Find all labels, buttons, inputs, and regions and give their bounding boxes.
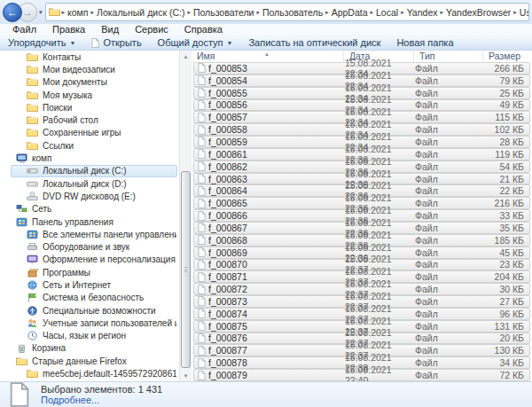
forward-arrow-icon: → — [22, 7, 33, 18]
file-name: f_000863 — [208, 174, 345, 184]
sidebar-item[interactable]: Ссылки — [11, 139, 177, 152]
network-internet-icon — [27, 279, 39, 290]
file-size: 54 КБ — [484, 161, 529, 172]
details-link[interactable]: Подробнее... — [41, 395, 162, 405]
table-row[interactable]: f_00087915.08.2021 22:40Файл72 КБ — [193, 369, 530, 381]
drive-icon — [27, 178, 39, 189]
scroll-down-icon[interactable]: ▼ — [180, 370, 192, 381]
sidebar-item[interactable]: Старые данные Firefox — [11, 355, 177, 367]
desktop-folder-icon — [27, 115, 39, 126]
sidebar-item[interactable]: Панель управления — [11, 215, 177, 228]
sidebar-item[interactable]: Рабочий стол — [11, 113, 177, 126]
file-icon — [194, 174, 208, 184]
scroll-up-icon[interactable]: ▲ — [180, 51, 192, 62]
file-name: f_000872 — [208, 284, 345, 294]
file-size: 131 КБ — [484, 321, 529, 332]
sidebar-item[interactable]: Локальный диск (D:) — [11, 177, 177, 190]
menu-tools[interactable]: Сервис — [127, 24, 176, 35]
sidebar-item[interactable]: DVD RW дисковод (E:) — [11, 190, 177, 202]
file-size: 72 КБ — [484, 370, 529, 380]
menu-view[interactable]: Вид — [93, 24, 127, 35]
videos-folder-icon — [27, 64, 39, 74]
breadcrumb-item[interactable]: Пользователь — [261, 7, 325, 18]
sidebar-item[interactable]: Сеть — [11, 203, 177, 215]
breadcrumb-item[interactable]: Локальный диск (C:) — [95, 7, 186, 18]
file-name: f_000875 — [208, 321, 345, 332]
menu-edit[interactable]: Правка — [44, 24, 93, 35]
sidebar-item[interactable]: Специальные возможности — [11, 304, 177, 317]
sidebar-item[interactable]: Контакты — [11, 51, 177, 63]
sidebar-item[interactable]: Мои документы — [11, 76, 177, 89]
file-size: 115 КБ — [484, 112, 529, 122]
burn-button[interactable]: Записать на оптический диск — [240, 36, 388, 50]
menu-file[interactable]: Файл — [4, 24, 44, 35]
file-name: f_000864 — [208, 185, 345, 196]
control-panel-icon — [16, 216, 28, 227]
file-type: Файл — [415, 161, 484, 172]
file-name: f_000859 — [208, 137, 345, 147]
file-icon — [194, 247, 208, 257]
file-name: f_000870 — [208, 259, 345, 270]
links-folder-icon — [27, 140, 39, 151]
file-icon — [194, 113, 208, 122]
open-button[interactable]: Открыть — [83, 36, 149, 50]
clock-language-icon — [27, 331, 39, 341]
file-name: f_000856 — [208, 99, 345, 110]
file-type: Файл — [415, 296, 484, 307]
new-folder-button[interactable]: Новая папка — [388, 36, 461, 50]
sidebar-item[interactable]: Учетные записи пользователей и семейная — [11, 317, 177, 329]
sidebar-item[interactable]: комп — [11, 152, 177, 164]
back-button[interactable]: ← — [3, 3, 22, 22]
sidebar-item[interactable]: Оборудование и звук — [11, 240, 177, 253]
file-size: 45 КБ — [484, 247, 529, 258]
file-type: Файл — [415, 333, 484, 343]
share-button[interactable]: Общий доступ▼ — [150, 36, 241, 50]
breadcrumb-item[interactable]: AppData — [330, 7, 370, 18]
breadcrumb-item[interactable]: Yandex — [405, 7, 440, 18]
scrollbar-thumb[interactable] — [181, 171, 191, 368]
sidebar-item[interactable]: Программы — [11, 266, 177, 278]
breadcrumb[interactable]: ▸комп▸Локальный диск (C:)▸Пользователи▸П… — [45, 3, 529, 21]
sidebar-item[interactable]: mee5cbej.default-1459572920861 — [11, 367, 177, 380]
file-type: Файл — [415, 124, 484, 135]
user-accounts-icon — [27, 317, 39, 328]
breadcrumb-item[interactable]: Пользователи — [192, 7, 256, 18]
file-icon — [194, 137, 208, 146]
organize-button[interactable]: Упорядочить▼ — [0, 36, 83, 50]
history-dropdown-icon[interactable]: ▾ — [39, 9, 43, 16]
column-header-name[interactable]: Имя ▲ — [192, 51, 344, 62]
file-icon — [194, 346, 208, 356]
column-header-size[interactable]: Размер — [483, 51, 532, 62]
system-drive-icon — [27, 166, 39, 176]
breadcrumb-item[interactable]: YandexBrowser — [444, 7, 512, 18]
sidebar-item[interactable]: Локальный диск (C:) — [11, 165, 177, 177]
saved-games-folder-icon — [27, 128, 39, 138]
breadcrumb-item[interactable]: комп — [66, 7, 90, 18]
recycle-bin-icon — [16, 343, 28, 354]
breadcrumb-item[interactable]: User Data — [518, 7, 529, 18]
music-folder-icon — [27, 90, 39, 100]
searches-folder-icon — [27, 102, 39, 113]
sidebar-item[interactable]: Система и безопасность — [11, 292, 177, 304]
sidebar-item-label: Сохраненные игры — [43, 128, 121, 137]
file-type: Файл — [415, 247, 484, 258]
hardware-sound-icon — [27, 242, 39, 253]
computer-icon — [16, 153, 28, 164]
sidebar-item-label: Мои видеозаписи — [43, 65, 115, 74]
sidebar-item-label: Поиски — [43, 103, 72, 113]
sidebar-scrollbar[interactable]: ▲ ▼ — [179, 51, 192, 381]
status-bar: Выбрано элементов: 1 431 Подробнее... — [0, 381, 532, 407]
breadcrumb-item[interactable]: Local — [374, 7, 400, 18]
sidebar-item[interactable]: Оформление и персонализация — [11, 254, 177, 266]
sidebar-item[interactable]: Часы, язык и регион — [11, 330, 177, 342]
file-size: 21 КБ — [484, 174, 529, 184]
sidebar-item[interactable]: Сеть и Интернет — [11, 278, 177, 291]
sidebar-item[interactable]: Мои видеозаписи — [11, 63, 177, 75]
sidebar-item[interactable]: Все элементы панели управления — [11, 228, 177, 240]
sidebar-item[interactable]: Поиски — [11, 101, 177, 113]
sidebar-item[interactable]: Корзина — [11, 342, 177, 355]
column-header-type[interactable]: Тип — [414, 51, 483, 62]
sidebar-item[interactable]: Сохраненные игры — [11, 127, 177, 139]
menu-help[interactable]: Справка — [176, 24, 231, 35]
sidebar-item[interactable]: Моя музыка — [11, 89, 177, 101]
